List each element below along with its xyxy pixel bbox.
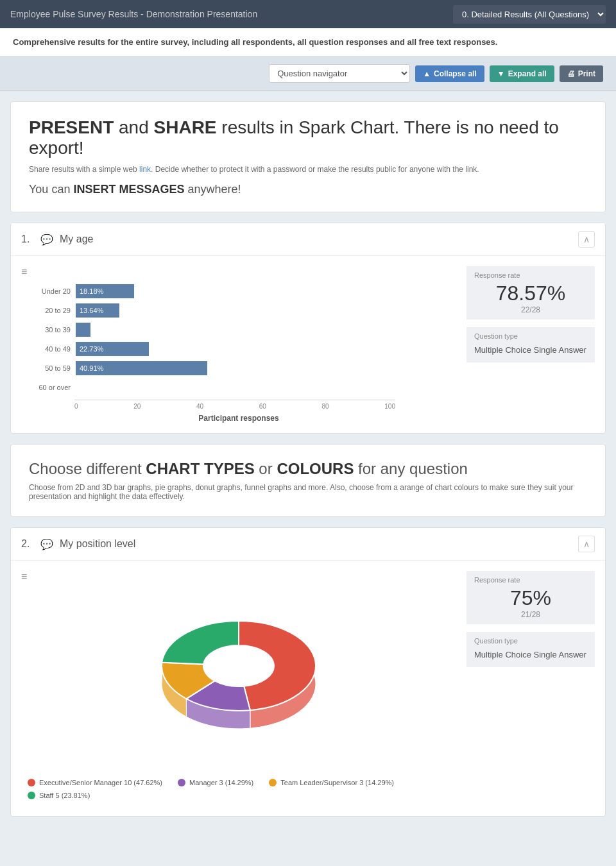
bar-label: 50 to 59	[28, 364, 76, 372]
question-1-title: My age	[60, 233, 578, 245]
question-1-chart-section: ≡ Under 2018.18%20 to 2913.64%30 to 3940…	[21, 266, 456, 423]
legend-color-dot	[178, 779, 185, 786]
view-selector[interactable]: 0. Detailed Results (All Questions)	[453, 5, 606, 24]
q2-response-rate-box: Response rate 75% 21/28	[466, 571, 595, 624]
bar-label: Under 20	[28, 287, 76, 295]
question-1-stats: Response rate 78.57% 22/28 Question type…	[466, 266, 595, 423]
donut-chart-q2	[136, 595, 341, 768]
q2-response-rate-label: Response rate	[474, 576, 587, 584]
donut-chart-wrapper-q2: Executive/Senior Manager 10 (47.62%)Mana…	[21, 589, 456, 806]
legend-item: Team Leader/Supervisor 3 (14.29%)	[269, 779, 394, 786]
bar-label: 30 to 39	[28, 326, 76, 334]
bar-container	[76, 323, 456, 337]
bar-container: 40.91%	[76, 361, 456, 375]
bar-fill: 13.64%	[76, 303, 119, 318]
view-dropdown[interactable]: 0. Detailed Results (All Questions)	[453, 5, 606, 24]
bar-container: 22.73%	[76, 342, 456, 356]
bar-row: 60 or over	[28, 380, 456, 395]
question-2-number: 2.	[21, 538, 34, 550]
q1-response-rate-value: 78.57%	[474, 282, 587, 305]
promo-chart-subtext: Choose from 2D and 3D bar graphs, pie gr…	[29, 483, 587, 501]
chat-icon-q2: 💬	[40, 538, 53, 550]
desc-text-start: Comprehensive results for the entire sur…	[13, 37, 231, 47]
description-bar: Comprehensive results for the entire sur…	[0, 28, 616, 56]
web-link[interactable]: link	[139, 165, 151, 174]
legend-item: Executive/Senior Manager 10 (47.62%)	[28, 779, 162, 786]
legend-color-dot	[28, 779, 35, 786]
legend-label: Staff 5 (23.81%)	[39, 792, 90, 799]
desc-bold2: all question responses	[297, 37, 388, 47]
chart-menu-icon-q2[interactable]: ≡	[21, 571, 456, 582]
print-button[interactable]: 🖨 Print	[560, 65, 603, 82]
legend-color-dot	[28, 792, 35, 799]
x-tick: 20	[133, 403, 141, 410]
q1-response-rate-counts: 22/28	[474, 305, 587, 314]
question-1-collapse-btn[interactable]: ∧	[578, 231, 595, 248]
headline-share: SHARE	[154, 117, 217, 137]
legend-label: Manager 3 (14.29%)	[189, 779, 253, 786]
question-2-chart-section: ≡ Executive/Senior Manager 10 (47.62%)Ma…	[21, 571, 456, 806]
headline-present: PRESENT	[29, 117, 114, 137]
question-1-header: 1. 💬 My age ∧	[11, 223, 605, 256]
bar-row: Under 2018.18%	[28, 284, 456, 298]
x-tick: 40	[196, 403, 203, 410]
bar-row: 30 to 39	[28, 323, 456, 337]
x-axis-q1: 020406080100	[74, 400, 395, 410]
intro-message-card: PRESENT and SHARE results in Spark Chart…	[10, 101, 606, 212]
question-2-title: My position level	[60, 538, 578, 550]
bar-row: 20 to 2913.64%	[28, 303, 456, 318]
x-tick: 100	[384, 403, 395, 410]
x-tick: 60	[259, 403, 266, 410]
question-navigator[interactable]: Question navigator	[269, 64, 410, 83]
collapse-all-button[interactable]: ▲ Collapse all	[415, 65, 484, 82]
app-title: Employee Pulse Survey Results - Demonstr…	[10, 9, 257, 19]
expand-icon: ▼	[497, 69, 505, 78]
q2-response-rate-counts: 21/28	[474, 610, 587, 619]
desc-mid2: and	[388, 37, 407, 47]
intro-subtext: Share results with a simple web link. De…	[29, 165, 587, 174]
intro-headline: PRESENT and SHARE results in Spark Chart…	[29, 117, 587, 158]
bar-row: 50 to 5940.91%	[28, 361, 456, 375]
x-tick: 0	[74, 403, 78, 410]
bar-fill	[76, 323, 90, 337]
bar-chart-q1: Under 2018.18%20 to 2913.64%30 to 3940 t…	[28, 284, 456, 395]
legend-label: Team Leader/Supervisor 3 (14.29%)	[280, 779, 394, 786]
chart-menu-icon-q1[interactable]: ≡	[21, 266, 456, 278]
bar-label: 60 or over	[28, 384, 76, 391]
bar-label: 40 to 49	[28, 345, 76, 353]
q1-question-type-label: Question type	[474, 332, 587, 340]
x-axis-label-q1: Participant responses	[21, 414, 456, 423]
donut-legend-q2: Executive/Senior Manager 10 (47.62%)Mana…	[21, 779, 456, 799]
bar-row: 40 to 4922.73%	[28, 342, 456, 356]
legend-label: Executive/Senior Manager 10 (47.62%)	[39, 779, 162, 786]
bar-fill: 22.73%	[76, 342, 149, 356]
q1-response-rate-box: Response rate 78.57% 22/28	[466, 266, 595, 319]
desc-end: .	[495, 37, 498, 47]
main-content: PRESENT and SHARE results in Spark Chart…	[0, 91, 616, 837]
app-header: Employee Pulse Survey Results - Demonstr…	[0, 0, 616, 28]
question-1-number: 1.	[21, 233, 34, 245]
bar-container	[76, 380, 456, 395]
svg-point-1	[203, 645, 274, 686]
bar-container: 18.18%	[76, 284, 456, 298]
legend-item: Staff 5 (23.81%)	[28, 792, 90, 799]
bar-label: 20 to 29	[28, 307, 76, 314]
question-2-card: 2. 💬 My position level ∧ ≡ Executive/Sen…	[10, 527, 606, 817]
q1-question-type-value: Multiple Choice Single Answer	[474, 343, 587, 357]
question-1-body: ≡ Under 2018.18%20 to 2913.64%30 to 3940…	[11, 256, 605, 433]
question-2-collapse-btn[interactable]: ∧	[578, 536, 595, 552]
collapse-all-label: Collapse all	[434, 69, 477, 78]
q2-question-type-label: Question type	[474, 637, 587, 645]
bar-fill: 18.18%	[76, 284, 134, 298]
print-icon: 🖨	[567, 69, 575, 78]
q2-question-type-value: Multiple Choice Single Answer	[474, 647, 587, 662]
legend-item: Manager 3 (14.29%)	[178, 779, 253, 786]
legend-color-dot	[269, 779, 277, 786]
q1-question-type-box: Question type Multiple Choice Single Ans…	[466, 327, 595, 362]
expand-all-button[interactable]: ▼ Expand all	[490, 65, 554, 82]
question-1-card: 1. 💬 My age ∧ ≡ Under 2018.18%20 to 2913…	[10, 223, 606, 434]
q2-response-rate-value: 75%	[474, 586, 587, 610]
bar-fill: 40.91%	[76, 361, 207, 375]
chat-icon-q1: 💬	[40, 233, 53, 246]
promo-chart-headline: Choose different CHART TYPES or COLOURS …	[29, 460, 587, 478]
